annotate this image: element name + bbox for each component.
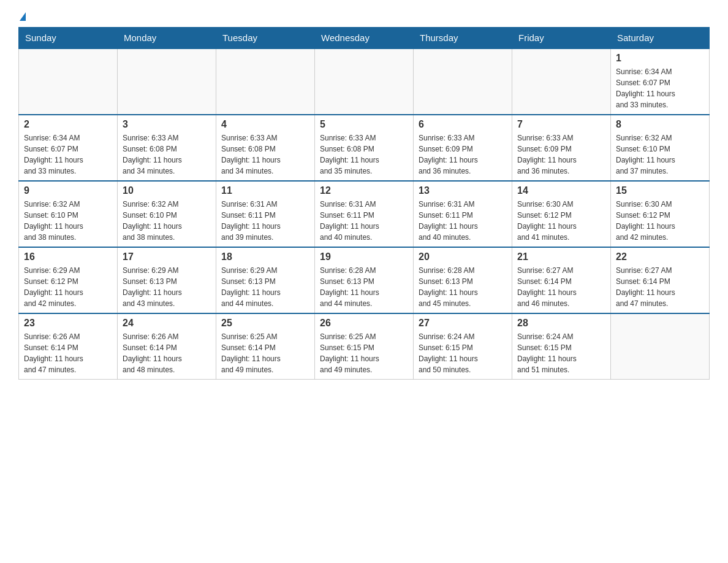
day-info: Sunrise: 6:28 AM Sunset: 6:13 PM Dayligh… <box>419 265 507 309</box>
logo <box>18 12 26 21</box>
calendar-week-row: 9Sunrise: 6:32 AM Sunset: 6:10 PM Daylig… <box>19 181 710 247</box>
weekday-header-friday: Friday <box>512 28 611 49</box>
calendar-cell: 2Sunrise: 6:34 AM Sunset: 6:07 PM Daylig… <box>19 115 118 181</box>
weekday-header-thursday: Thursday <box>414 28 512 49</box>
day-info: Sunrise: 6:34 AM Sunset: 6:07 PM Dayligh… <box>24 132 112 177</box>
day-number: 8 <box>616 119 704 130</box>
calendar-cell: 28Sunrise: 6:24 AM Sunset: 6:15 PM Dayli… <box>512 313 611 380</box>
day-info: Sunrise: 6:31 AM Sunset: 6:11 PM Dayligh… <box>320 199 408 243</box>
calendar-cell <box>512 48 611 115</box>
calendar-cell: 13Sunrise: 6:31 AM Sunset: 6:11 PM Dayli… <box>414 181 512 247</box>
day-number: 18 <box>221 251 309 262</box>
day-info: Sunrise: 6:33 AM Sunset: 6:08 PM Dayligh… <box>123 132 211 177</box>
calendar-cell: 6Sunrise: 6:33 AM Sunset: 6:09 PM Daylig… <box>414 115 512 181</box>
day-info: Sunrise: 6:31 AM Sunset: 6:11 PM Dayligh… <box>221 199 309 243</box>
day-number: 24 <box>123 318 211 329</box>
day-info: Sunrise: 6:33 AM Sunset: 6:08 PM Dayligh… <box>320 132 408 177</box>
calendar-cell: 21Sunrise: 6:27 AM Sunset: 6:14 PM Dayli… <box>512 247 611 313</box>
day-number: 9 <box>24 185 112 196</box>
calendar-cell: 9Sunrise: 6:32 AM Sunset: 6:10 PM Daylig… <box>19 181 118 247</box>
day-info: Sunrise: 6:33 AM Sunset: 6:09 PM Dayligh… <box>419 132 507 177</box>
day-number: 3 <box>123 119 211 130</box>
day-info: Sunrise: 6:29 AM Sunset: 6:13 PM Dayligh… <box>123 265 211 309</box>
day-info: Sunrise: 6:24 AM Sunset: 6:15 PM Dayligh… <box>517 331 605 375</box>
day-info: Sunrise: 6:27 AM Sunset: 6:14 PM Dayligh… <box>616 265 704 309</box>
calendar-week-row: 1Sunrise: 6:34 AM Sunset: 6:07 PM Daylig… <box>19 48 710 115</box>
calendar-week-row: 2Sunrise: 6:34 AM Sunset: 6:07 PM Daylig… <box>19 115 710 181</box>
weekday-header-wednesday: Wednesday <box>315 28 414 49</box>
calendar-cell: 12Sunrise: 6:31 AM Sunset: 6:11 PM Dayli… <box>315 181 414 247</box>
day-number: 4 <box>221 119 309 130</box>
day-info: Sunrise: 6:29 AM Sunset: 6:13 PM Dayligh… <box>221 265 309 309</box>
day-number: 23 <box>24 318 112 329</box>
day-info: Sunrise: 6:28 AM Sunset: 6:13 PM Dayligh… <box>320 265 408 309</box>
day-number: 15 <box>616 185 704 196</box>
day-number: 14 <box>517 185 605 196</box>
calendar-week-row: 23Sunrise: 6:26 AM Sunset: 6:14 PM Dayli… <box>19 313 710 380</box>
day-number: 26 <box>320 318 408 329</box>
day-number: 28 <box>517 318 605 329</box>
day-number: 16 <box>24 251 112 262</box>
calendar-cell: 11Sunrise: 6:31 AM Sunset: 6:11 PM Dayli… <box>216 181 315 247</box>
day-number: 5 <box>320 119 408 130</box>
calendar-table: SundayMondayTuesdayWednesdayThursdayFrid… <box>18 27 710 380</box>
day-number: 13 <box>419 185 507 196</box>
day-number: 27 <box>419 318 507 329</box>
calendar-cell: 26Sunrise: 6:25 AM Sunset: 6:15 PM Dayli… <box>315 313 414 380</box>
day-number: 1 <box>616 53 704 64</box>
day-info: Sunrise: 6:33 AM Sunset: 6:08 PM Dayligh… <box>221 132 309 177</box>
calendar-cell <box>414 48 512 115</box>
calendar-week-row: 16Sunrise: 6:29 AM Sunset: 6:12 PM Dayli… <box>19 247 710 313</box>
calendar-cell: 27Sunrise: 6:24 AM Sunset: 6:15 PM Dayli… <box>414 313 512 380</box>
day-number: 22 <box>616 251 704 262</box>
calendar-cell: 18Sunrise: 6:29 AM Sunset: 6:13 PM Dayli… <box>216 247 315 313</box>
calendar-cell: 10Sunrise: 6:32 AM Sunset: 6:10 PM Dayli… <box>118 181 216 247</box>
day-number: 6 <box>419 119 507 130</box>
page-header <box>18 12 710 21</box>
calendar-cell <box>611 313 710 380</box>
day-number: 17 <box>123 251 211 262</box>
calendar-cell <box>118 48 216 115</box>
day-info: Sunrise: 6:25 AM Sunset: 6:14 PM Dayligh… <box>221 331 309 375</box>
calendar-cell: 22Sunrise: 6:27 AM Sunset: 6:14 PM Dayli… <box>611 247 710 313</box>
calendar-cell: 25Sunrise: 6:25 AM Sunset: 6:14 PM Dayli… <box>216 313 315 380</box>
day-info: Sunrise: 6:27 AM Sunset: 6:14 PM Dayligh… <box>517 265 605 309</box>
day-info: Sunrise: 6:30 AM Sunset: 6:12 PM Dayligh… <box>616 199 704 243</box>
day-number: 12 <box>320 185 408 196</box>
weekday-header-saturday: Saturday <box>611 28 710 49</box>
day-number: 10 <box>123 185 211 196</box>
weekday-header-tuesday: Tuesday <box>216 28 315 49</box>
calendar-cell: 15Sunrise: 6:30 AM Sunset: 6:12 PM Dayli… <box>611 181 710 247</box>
calendar-header-row: SundayMondayTuesdayWednesdayThursdayFrid… <box>19 28 710 49</box>
day-info: Sunrise: 6:32 AM Sunset: 6:10 PM Dayligh… <box>24 199 112 243</box>
day-info: Sunrise: 6:34 AM Sunset: 6:07 PM Dayligh… <box>616 66 704 110</box>
calendar-cell: 3Sunrise: 6:33 AM Sunset: 6:08 PM Daylig… <box>118 115 216 181</box>
day-number: 2 <box>24 119 112 130</box>
weekday-header-monday: Monday <box>118 28 216 49</box>
day-number: 25 <box>221 318 309 329</box>
calendar-cell: 5Sunrise: 6:33 AM Sunset: 6:08 PM Daylig… <box>315 115 414 181</box>
calendar-cell <box>19 48 118 115</box>
calendar-cell: 7Sunrise: 6:33 AM Sunset: 6:09 PM Daylig… <box>512 115 611 181</box>
calendar-cell: 4Sunrise: 6:33 AM Sunset: 6:08 PM Daylig… <box>216 115 315 181</box>
day-info: Sunrise: 6:26 AM Sunset: 6:14 PM Dayligh… <box>24 331 112 375</box>
day-number: 21 <box>517 251 605 262</box>
calendar-cell: 14Sunrise: 6:30 AM Sunset: 6:12 PM Dayli… <box>512 181 611 247</box>
day-info: Sunrise: 6:25 AM Sunset: 6:15 PM Dayligh… <box>320 331 408 375</box>
day-info: Sunrise: 6:30 AM Sunset: 6:12 PM Dayligh… <box>517 199 605 243</box>
day-info: Sunrise: 6:31 AM Sunset: 6:11 PM Dayligh… <box>419 199 507 243</box>
calendar-cell: 8Sunrise: 6:32 AM Sunset: 6:10 PM Daylig… <box>611 115 710 181</box>
day-info: Sunrise: 6:32 AM Sunset: 6:10 PM Dayligh… <box>616 132 704 177</box>
day-number: 19 <box>320 251 408 262</box>
calendar-cell: 20Sunrise: 6:28 AM Sunset: 6:13 PM Dayli… <box>414 247 512 313</box>
calendar-cell <box>315 48 414 115</box>
day-info: Sunrise: 6:33 AM Sunset: 6:09 PM Dayligh… <box>517 132 605 177</box>
day-number: 7 <box>517 119 605 130</box>
day-info: Sunrise: 6:29 AM Sunset: 6:12 PM Dayligh… <box>24 265 112 309</box>
day-info: Sunrise: 6:26 AM Sunset: 6:14 PM Dayligh… <box>123 331 211 375</box>
calendar-cell: 19Sunrise: 6:28 AM Sunset: 6:13 PM Dayli… <box>315 247 414 313</box>
calendar-cell <box>216 48 315 115</box>
calendar-cell: 17Sunrise: 6:29 AM Sunset: 6:13 PM Dayli… <box>118 247 216 313</box>
day-number: 20 <box>419 251 507 262</box>
day-info: Sunrise: 6:24 AM Sunset: 6:15 PM Dayligh… <box>419 331 507 375</box>
